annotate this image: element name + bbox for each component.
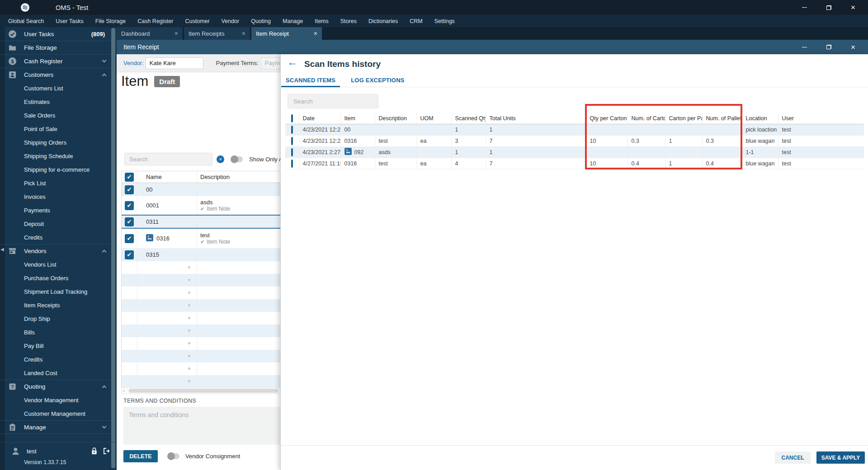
sidebar-group-manage[interactable]: Manage	[0, 420, 117, 434]
clear-search-icon[interactable]: ×	[217, 155, 224, 163]
dropdown-triangle-icon[interactable]: ▼	[187, 367, 191, 371]
row-checkbox[interactable]: ✔	[125, 234, 134, 243]
menu-item-quoting[interactable]: Quoting	[245, 15, 277, 27]
scanned-item-row[interactable]: 4/23/2021 2:27:15 PM092asds111-1test	[285, 146, 864, 158]
tab-item-receipt[interactable]: Item Receipt×	[251, 27, 322, 40]
sidebar-item-item-receipts[interactable]: Item Receipts	[0, 298, 117, 312]
column-header-qty-per-carton[interactable]: Qty per Carton	[586, 113, 627, 124]
dropdown-triangle-icon[interactable]: ▼	[187, 341, 191, 346]
sidebar-item-estimates[interactable]: Estimates	[0, 95, 117, 108]
table-row[interactable]: ✔00	[122, 183, 289, 196]
vendor-consignment-toggle[interactable]	[168, 453, 179, 459]
minimize-button[interactable]	[792, 40, 816, 54]
modal-search-input[interactable]	[288, 94, 378, 108]
menu-item-manage[interactable]: Manage	[277, 15, 309, 27]
sidebar-item-shipping-for-e-commerce[interactable]: Shipping for e-commerce	[0, 163, 117, 176]
sidebar-item-shipping-orders[interactable]: Shipping Orders	[0, 136, 117, 149]
sidebar-group-file-storage[interactable]: File Storage	[0, 41, 117, 54]
row-checkbox[interactable]	[291, 137, 293, 145]
minimize-button[interactable]	[792, 0, 816, 15]
column-header-item[interactable]: Item	[340, 113, 375, 124]
menu-item-dictionaries[interactable]: Dictionaries	[363, 15, 404, 27]
dropdown-triangle-icon[interactable]: ▼	[187, 316, 191, 320]
chevron-down-icon[interactable]	[102, 58, 107, 63]
logout-icon[interactable]	[102, 447, 110, 455]
back-arrow-icon[interactable]: ←	[287, 57, 297, 67]
table-row[interactable]: ✔0315	[122, 248, 289, 261]
tab-item-receipts[interactable]: Item Receipts×	[184, 27, 250, 40]
chevron-up-icon[interactable]	[102, 74, 107, 78]
table-row[interactable]: ✔0311	[122, 216, 289, 229]
column-header-description[interactable]: Description	[375, 113, 416, 124]
terms-textarea[interactable]	[123, 407, 290, 445]
sidebar-item-invoices[interactable]: Invoices	[0, 190, 117, 203]
sidebar-item-pay-bill[interactable]: Pay Bill	[0, 339, 117, 352]
menu-item-crm[interactable]: CRM	[404, 15, 428, 27]
column-header-location[interactable]: Location	[742, 113, 778, 124]
chevron-up-icon[interactable]	[102, 385, 107, 390]
column-header-carton-per-pallet[interactable]: Carton per Pallet	[665, 113, 702, 124]
sidebar-group-customers[interactable]: Customers	[0, 68, 117, 81]
sidebar-group-vendors[interactable]: Vendors	[0, 244, 117, 258]
menu-item-stores[interactable]: Stores	[335, 15, 363, 27]
show-only-toggle[interactable]	[231, 156, 243, 162]
column-header-user[interactable]: User	[778, 113, 864, 124]
scroll-left-icon[interactable]: ‹	[123, 388, 125, 394]
row-checkbox[interactable]	[291, 126, 293, 134]
row-checkbox[interactable]: ✔	[125, 201, 134, 210]
menu-item-global-search[interactable]: Global Search	[2, 15, 50, 27]
sidebar-group-cash-register[interactable]: $Cash Register	[0, 54, 117, 68]
table-row[interactable]: ✔0001asds✔Item Note	[122, 196, 289, 216]
dropdown-triangle-icon[interactable]: ▼	[187, 303, 191, 308]
items-table-hscrollbar[interactable]: ‹	[121, 387, 289, 394]
menu-item-user-tasks[interactable]: User Tasks	[50, 15, 90, 27]
hscroll-thumb[interactable]	[129, 389, 278, 393]
sidebar-item-payments[interactable]: Payments	[0, 203, 117, 217]
restore-button[interactable]	[816, 0, 841, 15]
dropdown-triangle-icon[interactable]: ▼	[187, 278, 191, 282]
lock-icon[interactable]	[91, 447, 98, 455]
menu-item-cash-register[interactable]: Cash Register	[132, 15, 179, 27]
sidebar-item-drop-ship[interactable]: Drop Ship	[0, 312, 117, 325]
scanned-item-row[interactable]: 4/23/2021 12:21:46 PM0011pick loactionte…	[285, 124, 864, 135]
sidebar-item-purchase-orders[interactable]: Purchase Orders	[0, 271, 117, 285]
sidebar-item-deposit[interactable]: Deposit	[0, 217, 117, 230]
cancel-button[interactable]: CANCEL	[775, 451, 811, 464]
close-icon[interactable]: ×	[172, 30, 178, 37]
delete-button[interactable]: DELETE	[123, 450, 158, 462]
column-header-total-units[interactable]: Total Units	[486, 113, 586, 124]
sidebar-item-credits[interactable]: Credits	[0, 352, 117, 366]
row-checkbox[interactable]	[291, 148, 293, 156]
sidebar-item-shipment-load-tracking[interactable]: Shipment Load Tracking	[0, 285, 117, 298]
dropdown-triangle-icon[interactable]: ▼	[187, 265, 191, 270]
menu-item-customer[interactable]: Customer	[179, 15, 215, 27]
column-header-scanned-qty[interactable]: Scanned Qty	[451, 113, 486, 124]
tab-log-exceptions[interactable]: LOG EXCEPTIONS	[346, 74, 409, 87]
sidebar-item-shipping-schedule[interactable]: Shipping Schedule	[0, 149, 117, 163]
sidebar-item-bills[interactable]: Bills	[0, 325, 117, 339]
close-button[interactable]: ×	[841, 0, 865, 15]
menu-item-settings[interactable]: Settings	[429, 15, 461, 27]
dropdown-triangle-icon[interactable]: ▼	[187, 291, 191, 295]
sidebar-item-pick-list[interactable]: Pick List	[0, 176, 117, 190]
row-checkbox[interactable]	[291, 160, 293, 168]
column-header-date[interactable]: Date	[299, 113, 340, 124]
sidebar-item-vendors-list[interactable]: Vendors List	[0, 258, 117, 271]
sidebar-collapse-arrow-icon[interactable]: ◀	[0, 247, 4, 252]
close-icon[interactable]: ×	[239, 30, 245, 37]
close-button[interactable]: ×	[841, 40, 865, 54]
sidebar-item-customer-management[interactable]: Customer Management	[0, 407, 117, 420]
dropdown-triangle-icon[interactable]: ▼	[187, 329, 191, 333]
chevron-up-icon[interactable]	[102, 250, 107, 254]
row-checkbox[interactable]: ✔	[125, 185, 134, 194]
column-header-num-of-cartons[interactable]: Num. of Cartons	[627, 113, 665, 124]
column-header-uom[interactable]: UOM	[416, 113, 451, 124]
row-checkbox[interactable]: ✔	[125, 217, 134, 226]
dropdown-triangle-icon[interactable]: ▼	[187, 354, 191, 358]
menu-item-items[interactable]: Items	[309, 15, 335, 27]
tab-scanned-items[interactable]: SCANNED ITEMS	[281, 74, 340, 87]
chevron-down-icon[interactable]	[102, 424, 107, 428]
row-checkbox[interactable]: ✔	[125, 250, 134, 259]
menu-item-file-storage[interactable]: File Storage	[90, 15, 132, 27]
vendor-input[interactable]	[146, 57, 203, 69]
